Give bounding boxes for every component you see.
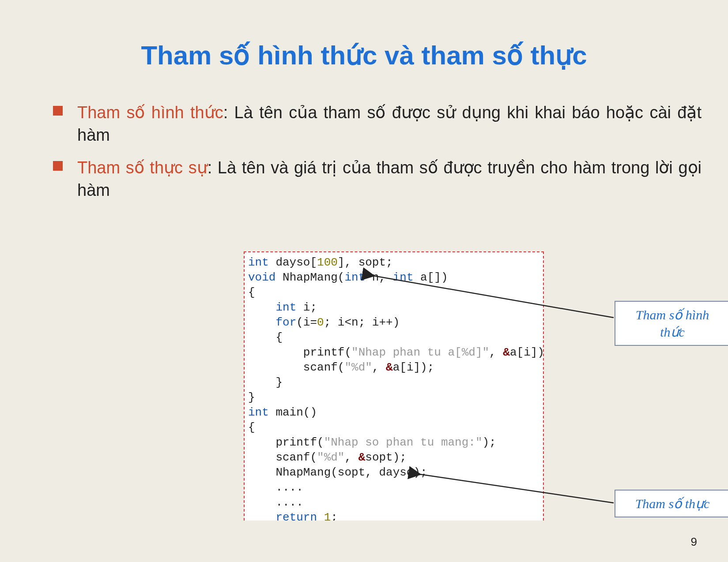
code-block: int dayso[100], sopt; void NhapMang(int … <box>244 251 544 521</box>
code-line: return 1; <box>248 510 539 521</box>
page-number: 9 <box>691 535 697 549</box>
square-bullet-icon <box>53 106 63 116</box>
bullet-item: Tham số thực sự: Là tên và giá trị của t… <box>53 157 702 202</box>
slide: Tham số hình thức và tham số thực Tham s… <box>0 0 728 562</box>
code-line: { <box>248 285 539 300</box>
code-line: int main() <box>248 405 539 420</box>
callout-formal-param: Tham số hình thức <box>615 301 728 346</box>
code-line: { <box>248 330 539 345</box>
code-line: scanf("%d", &sopt); <box>248 450 539 465</box>
callout-text: thức <box>660 325 685 339</box>
code-line: .... <box>248 480 539 495</box>
bullet-highlight: Tham số hình thức <box>77 103 223 122</box>
code-line: } <box>248 375 539 390</box>
code-line: NhapMang(sopt, dayso); <box>248 465 539 480</box>
code-line: .... <box>248 495 539 510</box>
callout-actual-param: Tham số thực <box>615 490 728 517</box>
callout-text: Tham số thực <box>635 496 710 511</box>
callout-text: Tham số hình <box>636 307 709 322</box>
code-line: { <box>248 420 539 435</box>
code-line: printf("Nhap phan tu a[%d]", &a[i]); <box>248 345 539 360</box>
square-bullet-icon <box>53 161 63 171</box>
slide-title: Tham số hình thức và tham số thực <box>0 40 728 71</box>
bullet-list: Tham số hình thức: Là tên của tham số đư… <box>53 101 702 211</box>
code-line: for(i=0; i<n; i++) <box>248 315 539 330</box>
code-line: printf("Nhap so phan tu mang:"); <box>248 435 539 450</box>
code-line: void NhapMang(int n, int a[]) <box>248 270 539 285</box>
bullet-highlight: Tham số thực sự <box>77 158 207 177</box>
code-line: scanf("%d", &a[i]); <box>248 360 539 375</box>
code-line: } <box>248 390 539 405</box>
bullet-item: Tham số hình thức: Là tên của tham số đư… <box>53 101 702 147</box>
code-line: int dayso[100], sopt; <box>248 255 539 270</box>
code-line: int i; <box>248 300 539 315</box>
